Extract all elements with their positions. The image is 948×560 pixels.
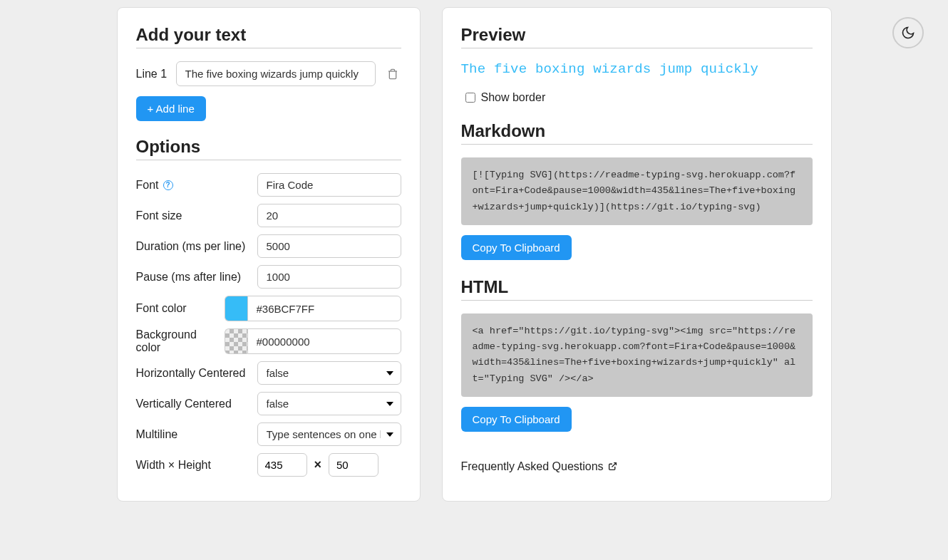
bg-color-label: Background color xyxy=(136,328,225,354)
config-panel: Add your text Line 1 + Add line Options … xyxy=(117,7,421,502)
show-border-label: Show border xyxy=(481,91,546,104)
html-heading: HTML xyxy=(461,277,813,301)
duration-input[interactable] xyxy=(257,234,401,258)
vcenter-label: Vertically Centered xyxy=(136,398,257,410)
font-color-label: Font color xyxy=(136,302,225,315)
pause-label: Pause (ms after line) xyxy=(136,271,257,284)
preview-heading: Preview xyxy=(461,25,813,48)
moon-icon xyxy=(901,26,915,40)
add-line-button[interactable]: + Add line xyxy=(136,96,206,121)
multiline-select[interactable]: Type sentences on one line xyxy=(257,422,401,446)
font-color-input[interactable] xyxy=(247,296,401,321)
font-size-label: Font size xyxy=(136,209,257,222)
copy-markdown-button[interactable]: Copy To Clipboard xyxy=(461,235,572,260)
copy-html-button[interactable]: Copy To Clipboard xyxy=(461,407,572,432)
show-border-checkbox[interactable] xyxy=(465,93,475,103)
delete-line-button[interactable] xyxy=(384,66,401,83)
html-code[interactable]: <a href="https://git.io/typing-svg"><img… xyxy=(461,313,813,397)
bg-color-input[interactable] xyxy=(247,328,401,354)
markdown-code[interactable]: [![Typing SVG](https://readme-typing-svg… xyxy=(461,157,813,225)
output-panel: Preview The five boxing wizards jump qui… xyxy=(442,7,832,502)
duration-label: Duration (ms per line) xyxy=(136,240,257,253)
line-1-label: Line 1 xyxy=(136,68,168,81)
svg-line-0 xyxy=(612,463,616,467)
multiline-label: Multiline xyxy=(136,428,257,441)
height-input[interactable] xyxy=(329,453,378,477)
help-icon[interactable]: ? xyxy=(163,180,173,190)
markdown-heading: Markdown xyxy=(461,121,813,145)
options-heading: Options xyxy=(136,137,401,160)
hcenter-label: Horizontally Centered xyxy=(136,367,257,380)
hcenter-select[interactable]: false xyxy=(257,361,401,385)
faq-link[interactable]: Frequently Asked Questions xyxy=(461,460,813,473)
theme-toggle-button[interactable] xyxy=(892,17,924,48)
preview-text: The five boxing wizards jump quickly xyxy=(461,61,813,77)
font-color-swatch[interactable] xyxy=(225,296,247,321)
line-row-1: Line 1 xyxy=(136,61,401,86)
width-input[interactable] xyxy=(257,453,307,477)
bg-color-swatch[interactable] xyxy=(225,328,247,354)
vcenter-select[interactable]: false xyxy=(257,392,401,415)
add-text-heading: Add your text xyxy=(136,25,401,48)
dimensions-label: Width × Height xyxy=(136,459,257,472)
pause-input[interactable] xyxy=(257,265,401,289)
font-size-input[interactable] xyxy=(257,204,401,227)
font-label: Font ? xyxy=(136,179,257,192)
trash-icon xyxy=(387,68,398,81)
times-symbol: × xyxy=(314,457,322,472)
external-link-icon xyxy=(608,462,617,471)
font-input[interactable] xyxy=(257,173,401,197)
line-1-input[interactable] xyxy=(176,61,376,86)
